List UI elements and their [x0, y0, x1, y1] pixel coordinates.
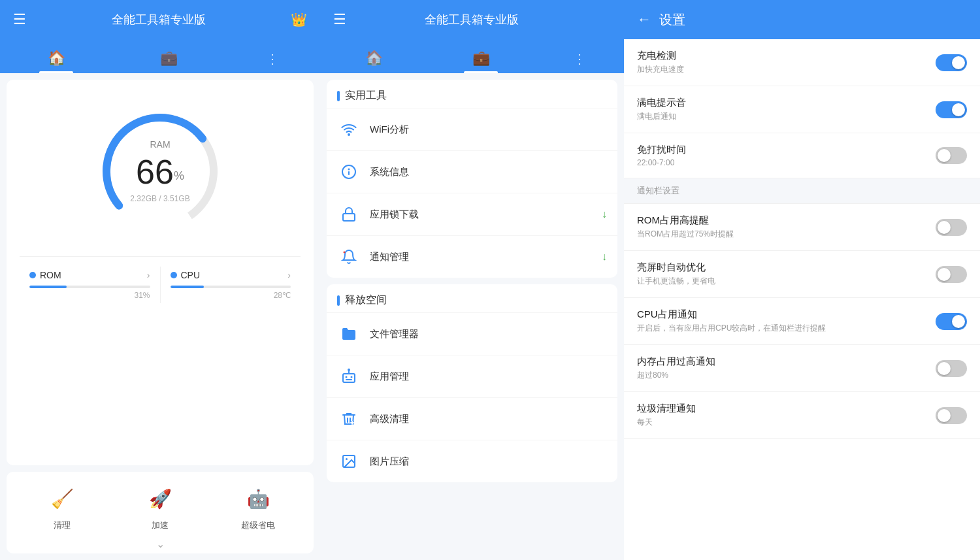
supersave-action[interactable]: 🤖 超级省电 — [241, 482, 275, 550]
app-title-2: 全能工具箱专业版 — [425, 12, 519, 27]
setting-mem-notif-title: 内存占用过高通知 — [637, 355, 936, 368]
toggle-charge-detect[interactable] — [936, 54, 967, 71]
setting-charge-detect-sub: 加快充电速度 — [637, 64, 936, 75]
home-icon: 🏠 — [48, 50, 65, 67]
tools-section-2: 释放空间 文件管理器 — [327, 284, 617, 482]
main-card-1: RAM 66% 2.32GB / 3.51GB ROM › — [7, 80, 314, 465]
lock-icon — [337, 203, 361, 226]
notify-tool[interactable]: 通知管理 ↓ — [327, 235, 617, 278]
clean-icon-wrap: 🧹 — [45, 482, 79, 516]
crown-icon[interactable]: 👑 — [291, 12, 307, 27]
ram-label: RAM 66% 2.32GB / 3.51GB — [130, 139, 189, 203]
panel-tools: ☰ 全能工具箱专业版 🏠 💼 ⋮ 实用工具 — [320, 0, 624, 560]
notify-download-icon: ↓ — [602, 251, 607, 263]
nav-more-2[interactable]: ⋮ — [560, 46, 599, 72]
sysinfo-tool[interactable]: 系统信息 — [327, 150, 617, 193]
setting-auto-opt-sub: 让手机更流畅，更省电 — [637, 276, 936, 287]
filemanager-tool[interactable]: 文件管理器 — [327, 312, 617, 355]
ram-percent-value: 66% — [130, 152, 189, 191]
toggle-trash-notif[interactable] — [936, 407, 967, 424]
cpu-arrow: › — [287, 270, 291, 280]
back-button[interactable]: ← — [637, 11, 651, 28]
applock-download-icon: ↓ — [602, 208, 607, 220]
cpu-stat[interactable]: CPU › 28℃ — [160, 267, 301, 303]
toggle-knob-3 — [938, 149, 951, 162]
supersave-icon-wrap: 🤖 — [241, 482, 275, 516]
supersave-icon: 🤖 — [247, 488, 270, 510]
panel2-header: ☰ 全能工具箱专业版 — [320, 0, 624, 39]
appmanage-name: 应用管理 — [370, 371, 607, 383]
setting-rom-alert-title: ROM占用高提醒 — [637, 214, 936, 227]
tools-section-1: 实用工具 WiFi分析 — [327, 80, 617, 278]
wifi-icon — [337, 118, 361, 141]
toggle-knob-2 — [952, 103, 965, 116]
panel-settings: ← 设置 充电检测 加快充电速度 满电提示音 满电后通知 免打扰时间 — [624, 0, 980, 560]
setting-auto-opt: 亮屏时自动优化 让手机更流畅，更省电 — [624, 251, 980, 298]
setting-dnd: 免打扰时间 22:00-7:00 — [624, 133, 980, 178]
setting-full-sound: 满电提示音 满电后通知 — [624, 86, 980, 133]
svg-rect-8 — [343, 374, 355, 382]
rom-stat[interactable]: ROM › 31% — [20, 267, 160, 303]
boost-action[interactable]: 🚀 加速 ⌄ — [143, 482, 177, 550]
boost-icon-wrap: 🚀 — [143, 482, 177, 516]
nav-tools-tab[interactable]: 💼 — [140, 44, 197, 73]
advclean-tool[interactable]: 高级清理 — [327, 397, 617, 440]
applock-tool[interactable]: 应用锁下载 ↓ — [327, 193, 617, 235]
section-bar-2 — [337, 295, 340, 306]
image-icon — [337, 450, 361, 473]
setting-rom-alert: ROM占用高提醒 当ROM占用超过75%时提醒 — [624, 204, 980, 251]
nav-more-1[interactable]: ⋮ — [253, 46, 292, 72]
toggle-auto-opt[interactable] — [936, 266, 967, 283]
cpu-dot — [171, 272, 177, 278]
setting-cpu-notif: CPU占用通知 开启后，当有应用占用CPU较高时，在通知栏进行提醒 — [624, 298, 980, 345]
toggle-mem-notif[interactable] — [936, 360, 967, 377]
toggle-cpu-notif[interactable] — [936, 313, 967, 330]
panel-home: ☰ 全能工具箱专业版 👑 🏠 💼 ⋮ RAM 6 — [0, 0, 320, 560]
setting-cpu-notif-sub: 开启后，当有应用占用CPU较高时，在通知栏进行提醒 — [637, 323, 936, 334]
toggle-knob — [952, 56, 965, 69]
cpu-bar-container — [171, 286, 291, 288]
wifi-name: WiFi分析 — [370, 124, 607, 136]
briefcase-icon: 💼 — [160, 50, 178, 67]
clean-icon: 🧹 — [51, 488, 74, 510]
svg-point-9 — [348, 369, 350, 371]
menu-icon[interactable]: ☰ — [13, 11, 26, 28]
nav-tabs-2: 🏠 💼 ⋮ — [320, 39, 624, 73]
setting-auto-opt-title: 亮屏时自动优化 — [637, 261, 936, 274]
appmanage-tool[interactable]: 应用管理 — [327, 355, 617, 397]
clean-action[interactable]: 🧹 清理 — [45, 482, 79, 550]
boost-chevron: ⌄ — [156, 538, 165, 550]
nav-home-tab[interactable]: 🏠 — [28, 44, 85, 73]
setting-dnd-sub: 22:00-7:00 — [637, 158, 936, 167]
settings-title: 设置 — [659, 11, 685, 29]
setting-rom-alert-sub: 当ROM占用超过75%时提醒 — [637, 229, 936, 240]
nav2-tools-tab[interactable]: 💼 — [453, 44, 510, 73]
nav-tabs-1: 🏠 💼 ⋮ — [0, 39, 320, 73]
section-bar-1 — [337, 91, 340, 101]
toggle-rom-alert[interactable] — [936, 219, 967, 236]
panel1-header: ☰ 全能工具箱专业版 👑 — [0, 0, 320, 39]
ram-section: RAM 66% 2.32GB / 3.51GB — [20, 93, 301, 250]
setting-mem-notif: 内存占用过高通知 超过80% — [624, 345, 980, 392]
svg-point-2 — [348, 134, 350, 135]
toggle-full-sound[interactable] — [936, 101, 967, 118]
imgcompress-tool[interactable]: 图片压缩 — [327, 440, 617, 482]
svg-point-17 — [346, 458, 348, 460]
cpu-value: 28℃ — [171, 291, 291, 300]
setting-mem-notif-sub: 超过80% — [637, 370, 936, 381]
setting-cpu-notif-title: CPU占用通知 — [637, 308, 936, 321]
rom-arrow: › — [147, 270, 150, 280]
robot-icon — [337, 365, 361, 388]
filemanager-name: 文件管理器 — [370, 328, 607, 340]
toggle-knob-7 — [938, 362, 951, 375]
applock-name: 应用锁下载 — [370, 208, 593, 221]
nav2-home-tab[interactable]: 🏠 — [346, 44, 402, 73]
wifi-tool[interactable]: WiFi分析 — [327, 108, 617, 150]
notif-section-label: 通知栏设置 — [637, 185, 679, 197]
toggle-knob-5 — [938, 268, 951, 281]
toggle-dnd[interactable] — [936, 147, 967, 164]
app-title-1: 全能工具箱专业版 — [112, 12, 206, 27]
menu-icon-2[interactable]: ☰ — [333, 11, 346, 28]
toggle-knob-4 — [938, 221, 951, 234]
rom-dot — [29, 272, 36, 278]
